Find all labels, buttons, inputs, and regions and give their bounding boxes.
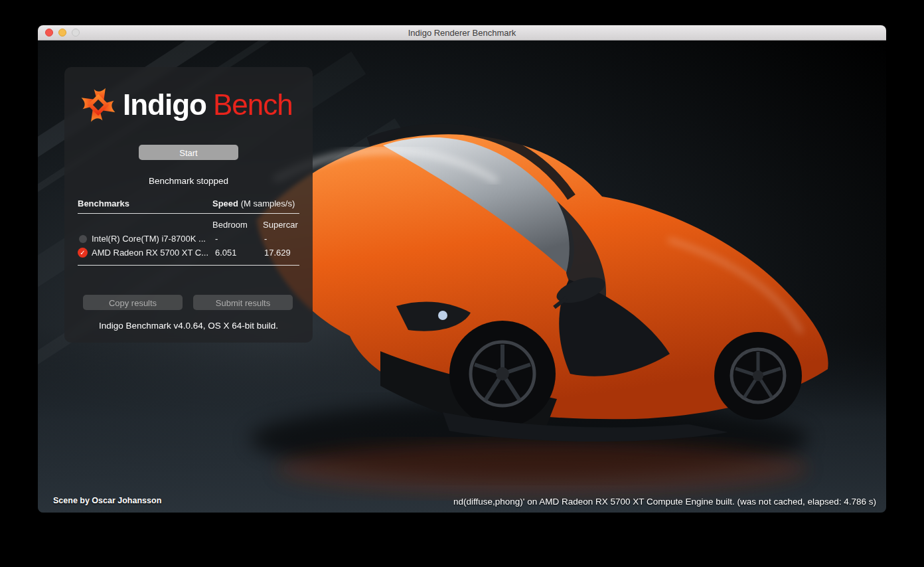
- copy-results-button[interactable]: Copy results: [83, 295, 183, 310]
- bedroom-score: 6.051: [215, 248, 237, 258]
- benchmark-panel: Indigo Bench Start Benchmark stopped Ben…: [64, 67, 313, 343]
- column-labels: Bedroom Supercar: [78, 220, 299, 232]
- submit-results-button[interactable]: Submit results: [193, 295, 293, 310]
- results-table: Benchmarks Speed (M samples/s) Bedroom S…: [78, 199, 299, 266]
- table-row-cpu[interactable]: Intel(R) Core(TM) i7-8700K ... - -: [78, 232, 299, 246]
- app-logo: Indigo Bench: [79, 84, 293, 125]
- benchmark-status-text: Benchmark stopped: [64, 176, 313, 186]
- device-name: AMD Radeon RX 5700 XT C...: [92, 248, 208, 258]
- minimize-button[interactable]: [58, 29, 66, 37]
- logo-text-indigo: Indigo: [123, 88, 206, 121]
- benchmarks-header: Benchmarks: [78, 199, 129, 208]
- app-window: Indigo Renderer Benchmark: [38, 25, 886, 513]
- pending-dot-icon: [78, 234, 88, 244]
- bedroom-score: -: [215, 234, 218, 244]
- indigo-logo-icon: [79, 84, 117, 125]
- zoom-button[interactable]: [72, 29, 80, 37]
- device-name: Intel(R) Core(TM) i7-8700K ...: [92, 234, 206, 244]
- table-row-gpu[interactable]: ✓ AMD Radeon RX 5700 XT C... 6.051 17.62…: [78, 246, 299, 260]
- supercar-score: -: [264, 234, 267, 244]
- column-bedroom: Bedroom: [212, 220, 248, 230]
- supercar-score: 17.629: [264, 248, 291, 258]
- column-supercar: Supercar: [263, 220, 298, 230]
- scene-credit-text: Scene by Oscar Johansson: [53, 496, 161, 505]
- window-title: Indigo Renderer Benchmark: [38, 28, 886, 38]
- table-header: Benchmarks Speed (M samples/s): [78, 199, 299, 214]
- logo-text-bench: Bench: [213, 88, 293, 121]
- checked-icon: ✓: [78, 248, 88, 258]
- close-button[interactable]: [45, 29, 53, 37]
- render-viewport: Indigo Bench Start Benchmark stopped Ben…: [38, 40, 886, 513]
- table-bottom-divider: [78, 265, 299, 266]
- speed-header: Speed (M samples/s): [212, 199, 295, 208]
- render-log-text: nd(diffuse,phong)' on AMD Radeon RX 5700…: [438, 497, 876, 509]
- titlebar[interactable]: Indigo Renderer Benchmark: [38, 25, 886, 40]
- traffic-lights: [45, 25, 80, 40]
- start-button[interactable]: Start: [139, 145, 238, 160]
- version-text: Indigo Benchmark v4.0.64, OS X 64-bit bu…: [64, 321, 313, 331]
